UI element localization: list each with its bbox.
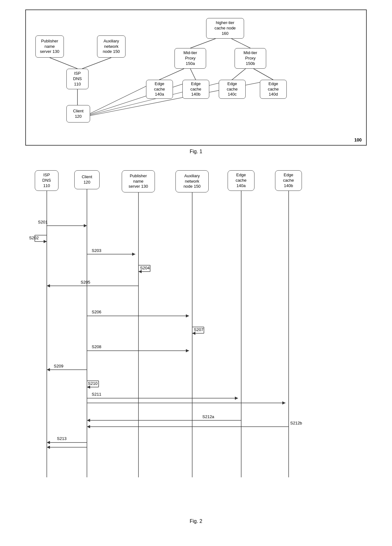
svg-marker-52 — [87, 419, 90, 422]
svg-text:S212a: S212a — [202, 414, 214, 419]
svg-line-7 — [232, 69, 246, 80]
svg-line-0 — [50, 58, 77, 69]
svg-line-3 — [190, 39, 216, 48]
svg-marker-40 — [186, 349, 189, 352]
seq-edge-140a: Edge cache 140a — [228, 170, 254, 191]
fig2-svg: S201 S202 S203 S204 S205 S206 S207 S208 … — [25, 167, 367, 515]
node-edge-140d: Edge cache 140d — [260, 80, 287, 99]
svg-text:S211: S211 — [92, 392, 101, 397]
svg-marker-42 — [47, 368, 50, 371]
svg-text:S212b: S212b — [290, 421, 302, 425]
svg-marker-56 — [47, 441, 50, 444]
seq-aux-network-node: Auxiliary network node 150 — [175, 170, 209, 192]
svg-marker-38 — [192, 332, 195, 335]
node-client: Client 120 — [66, 105, 90, 122]
seq-isp-dns: ISP DNS 110 — [35, 170, 58, 191]
svg-text:S209: S209 — [54, 364, 63, 368]
svg-marker-20 — [84, 224, 87, 227]
svg-text:S205: S205 — [81, 280, 90, 285]
svg-text:S203: S203 — [92, 248, 101, 253]
svg-text:S202: S202 — [29, 235, 39, 240]
svg-text:S207: S207 — [194, 327, 203, 332]
svg-text:S204: S204 — [140, 266, 150, 270]
svg-text:S201: S201 — [38, 220, 47, 224]
node-mid-proxy-a: Mid-tier Proxy 150a — [175, 48, 206, 69]
node-edge-140c: Edge cache 140c — [219, 80, 246, 99]
node-higher-tier: higher-tier cache node 160 — [206, 18, 244, 39]
page: Publisher name server 130 Auxiliary netw… — [0, 0, 392, 546]
svg-marker-48 — [235, 397, 238, 400]
svg-marker-34 — [186, 314, 189, 317]
node-pub-name-server: Publisher name server 130 — [35, 35, 64, 58]
svg-marker-58 — [47, 446, 50, 449]
svg-marker-26 — [132, 253, 135, 256]
svg-line-10 — [89, 80, 196, 115]
svg-marker-30 — [138, 270, 142, 273]
node-isp-dns: ISP DNS 110 — [66, 69, 89, 89]
node-aux-network: Auxiliary network node 150 — [97, 35, 126, 58]
svg-text:S206: S206 — [92, 310, 101, 314]
node-edge-140b: Edge cache 140b — [182, 80, 209, 99]
fig1-diagram: Publisher name server 130 Auxiliary netw… — [25, 9, 367, 146]
svg-line-1 — [82, 58, 111, 69]
svg-line-8 — [254, 69, 273, 80]
svg-text:S213: S213 — [57, 436, 66, 441]
svg-line-5 — [159, 69, 184, 80]
svg-line-4 — [231, 39, 250, 48]
svg-line-6 — [190, 69, 196, 80]
svg-marker-54 — [87, 425, 90, 428]
svg-text:S208: S208 — [92, 344, 101, 349]
node-edge-140a: Edge cache 140a — [146, 80, 173, 99]
fig2-caption: Fig. 2 — [19, 518, 373, 524]
seq-pub-name-server: Publisher name server 130 — [122, 170, 155, 192]
svg-marker-50 — [282, 401, 285, 405]
svg-marker-46 — [87, 386, 90, 389]
node-mid-proxy-b: Mid-tier Proxy 150b — [235, 48, 266, 69]
svg-marker-32 — [47, 284, 50, 287]
fig2-diagram: S201 S202 S203 S204 S205 S206 S207 S208 … — [25, 167, 367, 515]
fig1-caption: Fig. 1 — [19, 149, 373, 154]
svg-text:S210: S210 — [88, 381, 97, 386]
seq-client: Client 120 — [74, 170, 100, 189]
svg-marker-24 — [44, 240, 47, 243]
seq-edge-140b: Edge cache 140b — [275, 170, 302, 191]
